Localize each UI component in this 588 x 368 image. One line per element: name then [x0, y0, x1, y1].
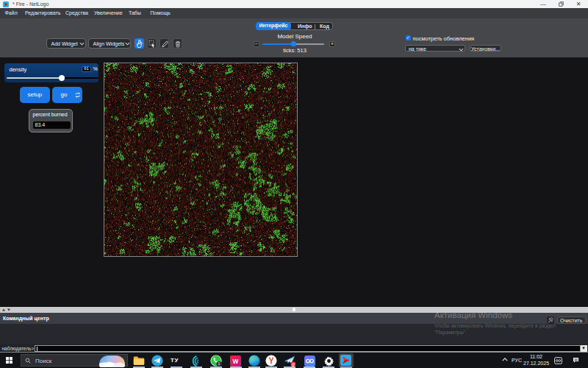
svg-text:1: 1	[218, 361, 220, 366]
svg-text:W: W	[233, 358, 239, 364]
